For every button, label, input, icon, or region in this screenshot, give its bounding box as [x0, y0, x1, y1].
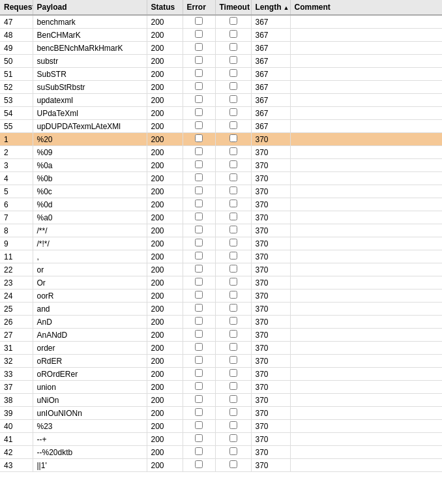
checkbox-timeout[interactable]: [229, 82, 237, 90]
cell-error[interactable]: [183, 394, 215, 407]
cell-timeout[interactable]: [215, 133, 251, 146]
checkbox-timeout[interactable]: [229, 434, 237, 442]
checkbox-timeout[interactable]: [229, 121, 237, 129]
checkbox-error[interactable]: [195, 343, 203, 351]
table-row[interactable]: 33oROrdERer200370: [0, 368, 442, 381]
checkbox-timeout[interactable]: [229, 17, 237, 25]
checkbox-error[interactable]: [195, 408, 203, 416]
cell-timeout[interactable]: [215, 316, 251, 329]
cell-timeout[interactable]: [215, 198, 251, 211]
cell-timeout[interactable]: [215, 394, 251, 407]
checkbox-timeout[interactable]: [229, 317, 237, 325]
cell-timeout[interactable]: [215, 407, 251, 420]
cell-error[interactable]: [183, 159, 215, 172]
cell-error[interactable]: [183, 94, 215, 107]
cell-error[interactable]: [183, 55, 215, 68]
checkbox-error[interactable]: [195, 160, 203, 168]
table-row[interactable]: 37union200370: [0, 381, 442, 394]
table-row[interactable]: 42--%20dktb200370: [0, 446, 442, 459]
checkbox-timeout[interactable]: [229, 56, 237, 64]
cell-error[interactable]: [183, 407, 215, 420]
table-row[interactable]: 25and200370: [0, 303, 442, 316]
checkbox-timeout[interactable]: [229, 43, 237, 51]
cell-error[interactable]: [183, 289, 215, 303]
cell-error[interactable]: [183, 329, 215, 342]
checkbox-timeout[interactable]: [229, 330, 237, 338]
checkbox-timeout[interactable]: [229, 460, 237, 468]
column-header-request[interactable]: Request: [0, 0, 33, 15]
checkbox-timeout[interactable]: [229, 395, 237, 403]
cell-error[interactable]: [183, 120, 215, 133]
checkbox-error[interactable]: [195, 121, 203, 129]
checkbox-error[interactable]: [195, 304, 203, 312]
checkbox-timeout[interactable]: [229, 147, 237, 155]
checkbox-error[interactable]: [195, 291, 203, 299]
checkbox-timeout[interactable]: [229, 30, 237, 38]
checkbox-timeout[interactable]: [229, 343, 237, 351]
cell-timeout[interactable]: [215, 55, 251, 68]
table-row[interactable]: 24oorR200370: [0, 289, 442, 303]
cell-timeout[interactable]: [215, 433, 251, 446]
cell-timeout[interactable]: [215, 329, 251, 342]
checkbox-error[interactable]: [195, 147, 203, 155]
cell-timeout[interactable]: [215, 120, 251, 133]
table-row[interactable]: 22or200370: [0, 263, 442, 276]
cell-error[interactable]: [183, 146, 215, 159]
checkbox-error[interactable]: [195, 447, 203, 455]
table-row[interactable]: 5%0c200370: [0, 185, 442, 198]
table-row[interactable]: 54UPdaTeXml200367: [0, 107, 442, 120]
column-header-timeout[interactable]: Timeout: [215, 0, 251, 15]
cell-error[interactable]: [183, 107, 215, 120]
cell-error[interactable]: [183, 224, 215, 237]
checkbox-error[interactable]: [195, 17, 203, 25]
checkbox-timeout[interactable]: [229, 252, 237, 259]
checkbox-error[interactable]: [195, 382, 203, 390]
checkbox-error[interactable]: [195, 434, 203, 442]
cell-timeout[interactable]: [215, 237, 251, 250]
cell-timeout[interactable]: [215, 303, 251, 316]
cell-timeout[interactable]: [215, 289, 251, 303]
cell-timeout[interactable]: [215, 381, 251, 394]
checkbox-error[interactable]: [195, 186, 203, 194]
table-row[interactable]: 49bencBENchMaRkHmarK200367: [0, 42, 442, 55]
table-row[interactable]: 8/**/200370: [0, 224, 442, 237]
cell-timeout[interactable]: [215, 459, 251, 472]
cell-timeout[interactable]: [215, 211, 251, 224]
cell-timeout[interactable]: [215, 159, 251, 172]
cell-error[interactable]: [183, 381, 215, 394]
checkbox-error[interactable]: [195, 43, 203, 51]
cell-error[interactable]: [183, 172, 215, 185]
cell-error[interactable]: [183, 29, 215, 42]
checkbox-error[interactable]: [195, 395, 203, 403]
checkbox-timeout[interactable]: [229, 226, 237, 233]
checkbox-timeout[interactable]: [229, 108, 237, 116]
checkbox-timeout[interactable]: [229, 69, 237, 77]
cell-timeout[interactable]: [215, 81, 251, 94]
table-row[interactable]: 50substr200367: [0, 55, 442, 68]
table-row[interactable]: 53updatexml200367: [0, 94, 442, 107]
checkbox-error[interactable]: [195, 95, 203, 103]
checkbox-error[interactable]: [195, 82, 203, 90]
table-row[interactable]: 55upDUPDATexmLAteXMl200367: [0, 120, 442, 133]
cell-error[interactable]: [183, 133, 215, 146]
checkbox-error[interactable]: [195, 369, 203, 377]
cell-error[interactable]: [183, 81, 215, 94]
cell-error[interactable]: [183, 68, 215, 81]
checkbox-timeout[interactable]: [229, 278, 237, 286]
table-row[interactable]: 40%23200370: [0, 420, 442, 433]
checkbox-timeout[interactable]: [229, 186, 237, 194]
table-row[interactable]: 26AnD200370: [0, 316, 442, 329]
checkbox-error[interactable]: [195, 200, 203, 207]
cell-error[interactable]: [183, 42, 215, 55]
checkbox-error[interactable]: [195, 56, 203, 64]
table-row[interactable]: 2%09200370: [0, 146, 442, 159]
cell-timeout[interactable]: [215, 420, 251, 433]
checkbox-error[interactable]: [195, 421, 203, 429]
table-row[interactable]: 4%0b200370: [0, 172, 442, 185]
cell-timeout[interactable]: [215, 250, 251, 263]
cell-timeout[interactable]: [215, 224, 251, 237]
cell-error[interactable]: [183, 263, 215, 276]
table-row[interactable]: 23Or200370: [0, 276, 442, 289]
cell-timeout[interactable]: [215, 263, 251, 276]
cell-error[interactable]: [183, 276, 215, 289]
